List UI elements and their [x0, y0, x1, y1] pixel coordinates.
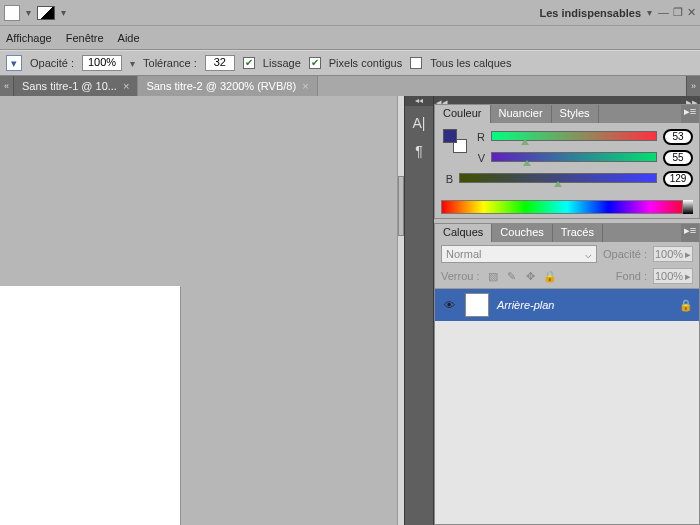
restore-button[interactable]: ❐	[673, 6, 683, 19]
chevron-down-icon: ⌵	[585, 248, 592, 261]
paragraph-panel-icon[interactable]: ¶	[408, 140, 430, 162]
b-value[interactable]: 129	[663, 171, 693, 187]
panel-menu-icon[interactable]: ▸≡	[681, 224, 699, 242]
close-button[interactable]: ✕	[687, 6, 696, 19]
tab-calques[interactable]: Calques	[435, 224, 492, 242]
lock-all-icon[interactable]: 🔒	[543, 270, 557, 283]
chevron-down-icon: ▾	[26, 7, 31, 18]
chevron-down-icon: ▾	[61, 7, 66, 18]
character-panel-icon[interactable]: A|	[408, 112, 430, 134]
tolerance-label: Tolérance :	[143, 57, 197, 69]
layer-thumbnail[interactable]	[465, 293, 489, 317]
layer-list: 👁 Arrière-plan 🔒	[435, 288, 699, 524]
panel-menu-icon[interactable]: ▸≡	[681, 105, 699, 123]
chevron-down-icon: ▾	[647, 7, 652, 18]
minimize-button[interactable]: —	[658, 6, 669, 19]
dock-handle[interactable]: ◂◂	[405, 96, 433, 106]
layer-opacity-label: Opacité :	[603, 248, 647, 260]
layer-row[interactable]: 👁 Arrière-plan 🔒	[435, 289, 699, 321]
r-slider[interactable]	[491, 131, 657, 143]
menu-aide[interactable]: Aide	[118, 32, 140, 44]
blend-mode-value: Normal	[446, 248, 481, 260]
lock-position-icon[interactable]: ✥	[524, 270, 538, 283]
tab-couleur[interactable]: Couleur	[435, 105, 491, 123]
opacity-label: Opacité :	[30, 57, 74, 69]
tab-nuancier[interactable]: Nuancier	[491, 105, 552, 123]
fg-color[interactable]	[443, 129, 457, 143]
v-slider[interactable]	[491, 152, 657, 164]
layer-name[interactable]: Arrière-plan	[497, 299, 671, 311]
close-icon[interactable]: ×	[123, 80, 129, 92]
fill-label: Fond :	[616, 270, 647, 282]
workspace-label[interactable]: Les indispensables	[540, 7, 641, 19]
b-label: B	[443, 173, 453, 185]
blend-mode-select[interactable]: Normal ⌵	[441, 245, 597, 263]
tab-styles[interactable]: Styles	[552, 105, 599, 123]
tab-scroll-left[interactable]: «	[0, 76, 14, 96]
r-value[interactable]: 53	[663, 129, 693, 145]
fill-value[interactable]: 100%▸	[653, 268, 693, 284]
lock-icon: 🔒	[679, 299, 693, 312]
chevron-down-icon[interactable]: ▾	[130, 58, 135, 69]
tab-scroll-right[interactable]: »	[686, 76, 700, 96]
visibility-toggle[interactable]: 👁	[441, 297, 457, 313]
r-label: R	[475, 131, 485, 143]
b-slider[interactable]	[459, 173, 657, 185]
document-canvas[interactable]	[0, 286, 180, 525]
lock-image-icon[interactable]: ✎	[505, 270, 519, 283]
expand-icon[interactable]: ▸▸	[686, 96, 698, 104]
layer-opacity-value[interactable]: 100%▸	[653, 246, 693, 262]
tool-preset-dropdown[interactable]: ▾	[6, 55, 22, 71]
v-label: V	[475, 152, 485, 164]
contiguous-checkbox[interactable]: ✔	[309, 57, 321, 69]
antialias-label: Lissage	[263, 57, 301, 69]
doc-tab-label: Sans titre-2 @ 3200% (RVB/8)	[146, 80, 296, 92]
close-icon[interactable]: ×	[302, 80, 308, 92]
vertical-scrollbar[interactable]	[397, 96, 404, 525]
doc-tab-1[interactable]: Sans titre-1 @ 10... ×	[14, 76, 138, 96]
contiguous-label: Pixels contigus	[329, 57, 402, 69]
lock-label: Verrou :	[441, 270, 480, 282]
fg-bg-swatch[interactable]	[443, 129, 467, 153]
doc-tab-2[interactable]: Sans titre-2 @ 3200% (RVB/8) ×	[138, 76, 317, 96]
color-spectrum[interactable]	[441, 200, 693, 214]
opacity-input[interactable]: 100%	[82, 55, 122, 71]
collapse-icon[interactable]: ◂◂	[436, 96, 448, 104]
antialias-checkbox[interactable]: ✔	[243, 57, 255, 69]
all-layers-checkbox[interactable]	[410, 57, 422, 69]
color-panel: Couleur Nuancier Styles ▸≡ R 53 V 55 B	[434, 104, 700, 219]
tab-couches[interactable]: Couches	[492, 224, 552, 242]
bg-swatch[interactable]	[37, 6, 55, 20]
layers-panel: Calques Couches Tracés ▸≡ Normal ⌵ Opaci…	[434, 223, 700, 525]
menu-fenetre[interactable]: Fenêtre	[66, 32, 104, 44]
tab-traces[interactable]: Tracés	[553, 224, 603, 242]
doc-tab-label: Sans titre-1 @ 10...	[22, 80, 117, 92]
app-menu[interactable]	[4, 5, 20, 21]
canvas-viewport[interactable]	[0, 96, 397, 525]
tolerance-input[interactable]: 32	[205, 55, 235, 71]
lock-transparent-icon[interactable]: ▧	[486, 270, 500, 283]
all-layers-label: Tous les calques	[430, 57, 511, 69]
menu-affichage[interactable]: Affichage	[6, 32, 52, 44]
v-value[interactable]: 55	[663, 150, 693, 166]
